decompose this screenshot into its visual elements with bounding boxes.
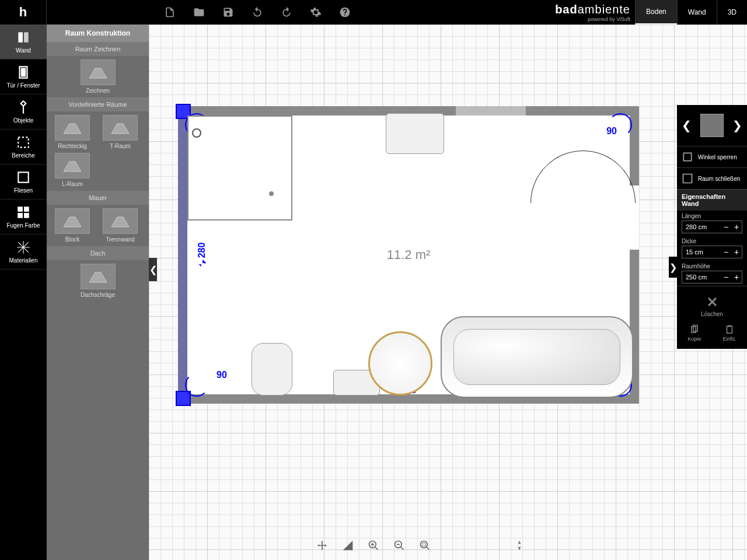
zoom-in-icon[interactable] <box>367 539 380 552</box>
wall-selection[interactable] <box>178 106 187 404</box>
redo-icon[interactable] <box>280 6 293 19</box>
wall-thumbnail[interactable] <box>700 114 724 137</box>
svg-rect-11 <box>683 153 691 160</box>
app-logo[interactable]: h <box>0 0 47 24</box>
pan-tool-icon[interactable] <box>316 539 329 552</box>
floorplan-canvas[interactable]: 90 90 90 90 280 400 400 11.2 m² <box>149 24 747 560</box>
undo-icon[interactable] <box>251 6 264 19</box>
bottom-toolbar <box>316 539 431 552</box>
increment-button[interactable]: + <box>731 247 742 257</box>
copy-button[interactable]: Kopie <box>687 324 701 342</box>
save-icon[interactable] <box>222 6 235 19</box>
panel-collapse-button[interactable]: ❮ <box>149 258 157 281</box>
panel-item-trennwand[interactable]: Trennwand <box>98 208 142 243</box>
view-tab-3d[interactable]: 3D <box>717 0 747 24</box>
svg-rect-9 <box>18 213 23 218</box>
toilet-fixture[interactable] <box>252 343 292 396</box>
view-tab-boden[interactable]: Boden <box>635 0 677 24</box>
paste-button[interactable]: Einfü. <box>722 324 736 342</box>
bathtub-fixture[interactable] <box>441 316 633 398</box>
field-label: Raumhöhe <box>682 263 742 270</box>
lock-angle-button[interactable]: Winkel sperren <box>677 146 747 167</box>
panel-section-header: Raum Zeichnen <box>47 42 149 56</box>
field-label: Dicke <box>682 238 742 244</box>
svg-rect-14 <box>727 326 732 333</box>
brand: badambiente powered by ViSoft <box>555 3 630 22</box>
delete-button[interactable]: Löschen <box>677 286 747 321</box>
dimension-left[interactable]: 280 <box>197 243 207 268</box>
view-tab-wand[interactable]: Wand <box>677 0 717 24</box>
angle-arc <box>185 373 208 397</box>
svg-rect-0 <box>18 32 23 42</box>
svg-rect-6 <box>19 173 27 181</box>
increment-button[interactable]: + <box>731 272 742 282</box>
decrement-button[interactable]: − <box>721 272 731 282</box>
field-input-längen[interactable]: 280 cm−+ <box>682 220 742 233</box>
angle-label-tr: 90 <box>606 126 617 136</box>
svg-rect-19 <box>423 543 425 546</box>
shower-fixture[interactable] <box>187 116 292 220</box>
svg-rect-10 <box>24 213 29 218</box>
open-folder-icon[interactable] <box>193 6 205 19</box>
next-wall-button[interactable]: ❯ <box>732 118 742 132</box>
new-file-icon[interactable] <box>163 6 176 19</box>
panel-item-dachschräge[interactable]: Dachschräge <box>50 264 145 298</box>
measure-tool-icon[interactable] <box>341 539 354 552</box>
compass[interactable] <box>513 539 526 552</box>
panel-item-zeichnen[interactable]: Zeichnen <box>50 60 145 94</box>
decrement-button[interactable]: − <box>721 222 731 232</box>
svg-rect-4 <box>18 137 28 147</box>
field-input-dicke[interactable]: 15 cm−+ <box>682 246 742 258</box>
svg-rect-15 <box>728 326 731 327</box>
rail-item-wand[interactable]: Wand <box>0 24 47 60</box>
rail-item-tür-fenster[interactable]: Tür / Fenster <box>0 60 47 94</box>
left-panel: Raum Konstruktion Raum ZeichnenZeichnenV… <box>47 24 149 560</box>
panel-section-header: Dach <box>47 246 149 260</box>
svg-rect-1 <box>24 32 29 42</box>
right-panel-expand-button[interactable]: ❯ <box>669 257 677 278</box>
properties-title: Eigenschaften Wand <box>677 189 747 211</box>
close-room-button[interactable]: Raum schließen <box>677 167 747 189</box>
view-tabs: BodenWand3D <box>635 0 747 24</box>
panel-title: Raum Konstruktion <box>47 24 149 42</box>
right-panel: ❯ ❮ ❯ Winkel sperren Raum schließen Eige… <box>677 105 747 349</box>
settings-icon[interactable] <box>309 6 322 19</box>
rail-item-fliesen[interactable]: Fliesen <box>0 164 47 200</box>
help-icon[interactable] <box>338 6 351 19</box>
svg-rect-8 <box>24 206 29 212</box>
left-rail: WandTür / FensterObjekteBereicheFliesenF… <box>0 24 47 560</box>
panel-item-block[interactable]: Block <box>50 208 95 243</box>
field-input-raumhöhe[interactable]: 250 cm−+ <box>682 271 742 284</box>
svg-rect-7 <box>18 206 23 212</box>
panel-section-header: Vordefinierte Räume <box>47 97 149 111</box>
topbar: h badambiente powered by ViSoft BodenWan… <box>0 0 747 24</box>
door-swing-arc <box>509 129 658 278</box>
angle-label-bl: 90 <box>217 370 227 380</box>
rail-item-materialien[interactable]: Materialien <box>0 235 47 270</box>
room-outline[interactable]: 90 90 90 90 280 400 400 11.2 m² <box>178 106 639 404</box>
window-opening[interactable] <box>456 106 526 116</box>
rail-item-bereiche[interactable]: Bereiche <box>0 130 47 164</box>
rail-item-fugen-farbe[interactable]: Fugen Farbe <box>0 200 47 235</box>
svg-rect-3 <box>21 68 26 76</box>
panel-item-rechteckig[interactable]: Rechteckig <box>50 115 95 149</box>
decrement-button[interactable]: − <box>721 247 731 257</box>
panel-section-header: Mauer <box>47 191 149 205</box>
compass-icon[interactable] <box>513 539 526 552</box>
room-area-label: 11.2 m² <box>387 247 431 262</box>
panel-item-l-raum[interactable]: L-Raum <box>50 153 95 187</box>
rail-item-objekte[interactable]: Objekte <box>0 94 47 130</box>
prev-wall-button[interactable]: ❮ <box>682 118 692 132</box>
sink-fixture[interactable] <box>386 113 444 154</box>
svg-point-18 <box>421 541 428 548</box>
zoom-fit-icon[interactable] <box>418 539 431 552</box>
round-fixture[interactable] <box>368 331 432 396</box>
field-label: Längen <box>682 213 742 219</box>
panel-item-t-raum[interactable]: T-Raum <box>98 115 142 149</box>
increment-button[interactable]: + <box>731 222 742 232</box>
zoom-out-icon[interactable] <box>393 539 406 552</box>
